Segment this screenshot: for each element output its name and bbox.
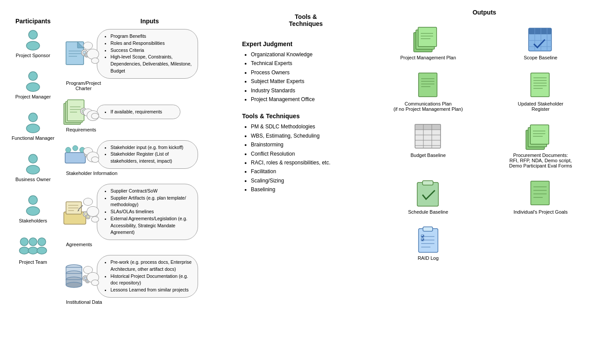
svg-point-5 [26,124,40,133]
project-team-icon [18,236,48,258]
tools-list: PM & SDLC Methodologies WBS, Estimating,… [242,122,370,194]
participant-stakeholders: Stakeholders [19,194,47,223]
business-owner-label: Business Owner [15,177,51,182]
svg-point-4 [29,113,37,122]
svg-point-8 [29,196,37,204]
participants-header: Participants [15,18,51,25]
budget-baseline-icon [413,122,444,151]
comms-plan-icon [415,71,441,99]
output-project-mgmt-plan: Project Management Plan [374,25,482,60]
tools-item-8: Baselining [251,185,370,194]
individual-goals-icon [527,179,554,207]
svg-rect-83 [531,73,549,97]
svg-rect-35 [65,153,85,163]
input-agreements: Supplier Contract/SoW Supplier Artifacts… [62,184,238,247]
expert-judgment-item-2: Technical Experts [251,59,370,68]
expert-judgment-item-4: Subject Matter Experts [251,77,370,86]
institutional-data-icon [62,261,90,291]
schedule-baseline-label: Schedule Baseline [408,209,448,215]
outputs-grid: Project Management Plan Scope Baseline [374,20,595,267]
raid-log-icon [415,225,441,254]
page: Participants Project Sponsor Project Man… [0,0,599,364]
output-procurement-docs: Procurement Documents:RFI, RFP, NDA, Dem… [487,122,595,168]
expert-judgment-list: Organizational Knowledge Technical Exper… [242,50,370,104]
tools-techniques-main-header: Tools &Techniques [242,13,370,27]
procurement-docs-icon [525,122,556,151]
svg-point-15 [37,247,47,254]
project-manager-label: Project Manager [15,94,51,99]
tools-techniques-column: Tools &Techniques Expert Judgment Organi… [238,4,370,360]
participant-project-manager: Project Manager [15,70,51,99]
svg-point-10 [20,238,28,246]
participant-business-owner: Business Owner [15,153,51,182]
svg-point-0 [29,30,37,39]
agreements-label: Agreements [66,242,92,247]
svg-point-9 [26,207,40,215]
output-raid-log: RAID Log [374,225,482,261]
individual-goals-label: Individual's Project Goals [514,209,568,215]
stakeholders-icon [24,194,42,216]
tools-item-1: PM & SDLC Methodologies [251,122,370,131]
project-team-label: Project Team [19,259,47,265]
svg-point-12 [29,238,37,246]
svg-rect-102 [417,182,438,206]
svg-rect-98 [530,125,549,144]
input-requirements: If available, requirements Requirements [62,99,238,132]
scope-baseline-label: Scope Baseline [524,55,557,60]
svg-point-36 [66,147,71,153]
output-schedule-baseline: Schedule Baseline [374,179,482,215]
svg-point-3 [26,83,40,91]
svg-point-2 [29,72,37,80]
tools-item-2: WBS, Estimating, Scheduling [251,131,370,140]
svg-point-1 [26,41,40,50]
stakeholder-info-label: Stakeholder Information [66,171,118,176]
participant-functional-manager: Functional Manager [11,112,54,141]
participants-column: Participants Project Sponsor Project Man… [4,4,62,360]
tools-item-7: Scaling/Sizing [251,176,370,185]
schedule-baseline-icon [413,179,444,207]
svg-point-13 [28,247,38,254]
project-sponsor-icon [24,29,42,51]
tools-item-4: Conflict Resolution [251,149,370,158]
raid-log-label: RAID Log [418,255,439,261]
svg-rect-110 [423,227,433,231]
output-scope-baseline: Scope Baseline [487,25,595,60]
project-mgmt-plan-icon [413,25,444,53]
inputs-column: Inputs [62,4,238,360]
svg-rect-103 [423,181,433,185]
svg-rect-78 [419,73,437,97]
svg-rect-104 [531,181,549,205]
project-sponsor-label: Project Sponsor [16,53,50,58]
svg-point-7 [26,165,40,174]
business-owner-icon [24,153,42,175]
svg-point-6 [29,154,37,163]
scope-baseline-icon [525,25,556,53]
outputs-column: Outputs Project Management Plan [370,4,595,360]
functional-manager-icon [24,112,42,134]
project-mgmt-plan-label: Project Management Plan [400,55,456,60]
expert-judgment-item-1: Organizational Knowledge [251,50,370,59]
charter-cloud: Program Benefits Roles and Responsibilit… [97,29,198,79]
expert-judgment-item-3: Process Owners [251,68,370,77]
svg-rect-90 [415,124,441,130]
input-institutional-data: Pre-work (e.g. process docs, Enterprise … [62,255,238,305]
institutional-data-cloud: Pre-work (e.g. process docs, Enterprise … [97,255,198,298]
participant-project-sponsor: Project Sponsor [16,29,50,58]
comms-plan-label: Communications Plan(if no Project Manage… [393,101,463,112]
participant-project-team: Project Team [18,236,48,265]
input-program-charter: Program Benefits Roles and Responsibilit… [62,29,238,91]
charter-label: Program/ProjectCharter [66,80,101,91]
expert-judgment-item-6: Project Management Office [251,95,370,104]
svg-rect-67 [418,27,437,47]
project-manager-icon [24,70,42,92]
tools-section-title: Tools & Techniques [242,113,370,120]
expert-judgment-item-5: Industry Standards [251,86,370,95]
tools-item-5: RACI, roles & responsibilities, etc. [251,158,370,167]
tools-item-3: Brainstorming [251,140,370,149]
inputs-header: Inputs [62,18,238,25]
requirements-cloud: If available, requirements [97,105,180,120]
institutional-data-label: Institutional Data [66,299,102,305]
stakeholder-register-icon [527,71,554,99]
svg-rect-72 [529,28,551,34]
svg-point-37 [73,146,78,151]
